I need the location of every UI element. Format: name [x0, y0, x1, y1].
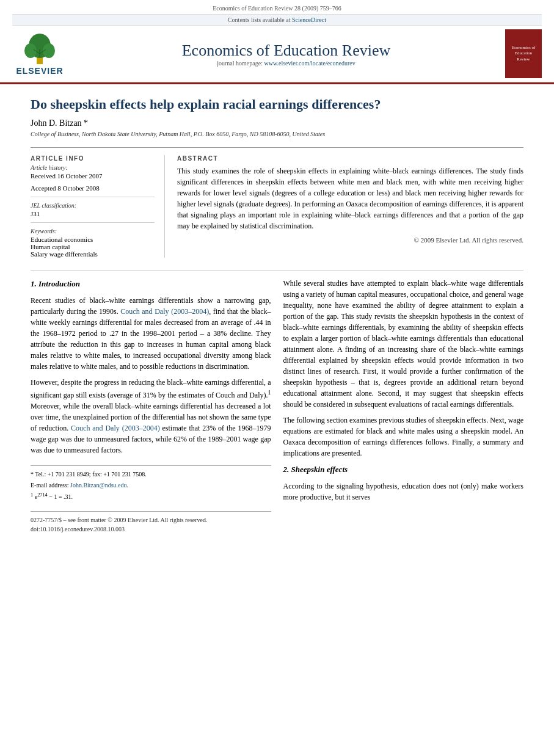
history-label: Article history:: [31, 164, 155, 171]
keyword-2: Human capital: [31, 243, 155, 250]
journal-header: Economics of Education Review 28 (2009) …: [0, 0, 554, 82]
authors: John D. Bitzan *: [31, 118, 523, 128]
abstract-section: ABSTRACT This study examines the role of…: [177, 155, 523, 258]
sciencedirect-bar: Contents lists available at ScienceDirec…: [12, 14, 542, 26]
keyword-1: Educational economics: [31, 236, 155, 243]
header-middle: ELSEVIER Economics of Education Review j…: [12, 26, 542, 82]
abstract-text: This study examines the role of sheepski…: [177, 165, 523, 231]
journal-cover-image: Economics of Education Review: [505, 29, 542, 78]
article-body: Do sheepskin effects help explain racial…: [0, 84, 554, 546]
intro-heading: 1. Introduction: [31, 278, 271, 290]
elsevier-tree-icon: [18, 32, 61, 66]
jel-value: J31: [31, 210, 155, 217]
col-right: While several studies have attempted to …: [283, 278, 524, 534]
article-info: ARTICLE INFO Article history: Received 1…: [31, 155, 165, 258]
footnote-star: * Tel.: +1 701 231 8949; fax: +1 701 231…: [31, 470, 271, 479]
col2-intro-p1: While several studies have attempted to …: [283, 278, 524, 410]
abstract-title: ABSTRACT: [177, 155, 523, 162]
sheepskin-p1: According to the signaling hypothesis, e…: [283, 481, 524, 503]
jel-label: JEL classification:: [31, 202, 155, 209]
meta-abstract-row: ARTICLE INFO Article history: Received 1…: [31, 147, 523, 258]
received-date: Received 16 October 2007: [31, 172, 155, 180]
article-title: Do sheepskin effects help explain racial…: [31, 96, 523, 112]
footnote-1: 1 e2714 − 1 = .31.: [31, 492, 271, 501]
keyword-3: Salary wage differentials: [31, 250, 155, 258]
sheepskin-heading: 2. Sheepskin effects: [283, 463, 524, 476]
email-link[interactable]: John.Bitzan@ndsu.edu: [70, 482, 127, 489]
copyright-notice: © 2009 Elsevier Ltd. All rights reserved…: [177, 236, 523, 244]
journal-title-block: Economics of Education Review journal ho…: [67, 42, 505, 67]
journal-homepage: journal homepage: www.elsevier.com/locat…: [67, 60, 505, 67]
col-left: 1. Introduction Recent studies of black–…: [31, 278, 271, 534]
footer-doi: doi:10.1016/j.econedurev.2008.10.003: [31, 525, 271, 534]
journal-homepage-link[interactable]: www.elsevier.com/locate/econedurev: [264, 60, 355, 67]
footer-text-1: 0272-7757/$ – see front matter © 2009 El…: [31, 515, 271, 525]
couch-daly-link-1[interactable]: Couch and Daly (2003–2004): [120, 307, 209, 316]
keywords-label: Keywords:: [31, 228, 155, 234]
elsevier-logo: ELSEVIER: [12, 32, 67, 76]
article-footer: 0272-7757/$ – see front matter © 2009 El…: [31, 511, 271, 534]
divider-2: [31, 222, 155, 223]
journal-title: Economics of Education Review: [67, 42, 505, 60]
intro-p2: However, despite the progress in reducin…: [31, 377, 271, 456]
col2-intro-p2: The following section examines previous …: [283, 415, 524, 459]
two-col-body: 1. Introduction Recent studies of black–…: [31, 270, 523, 534]
affiliation: College of Business, North Dakota State …: [31, 131, 523, 137]
elsevier-wordmark: ELSEVIER: [16, 66, 63, 76]
footnote-email: E-mail address: John.Bitzan@ndsu.edu.: [31, 481, 271, 490]
article-info-title: ARTICLE INFO: [31, 155, 155, 162]
footnotes: * Tel.: +1 701 231 8949; fax: +1 701 231…: [31, 465, 271, 501]
intro-p1: Recent studies of black–white earnings d…: [31, 295, 271, 372]
accepted-date: Accepted 8 October 2008: [31, 184, 155, 192]
sciencedirect-link[interactable]: ScienceDirect: [292, 16, 326, 23]
couch-daly-link-2[interactable]: Couch and Daly (2003–2004): [71, 424, 160, 432]
journal-top-bar: Economics of Education Review 28 (2009) …: [12, 5, 542, 12]
divider-1: [31, 197, 155, 197]
